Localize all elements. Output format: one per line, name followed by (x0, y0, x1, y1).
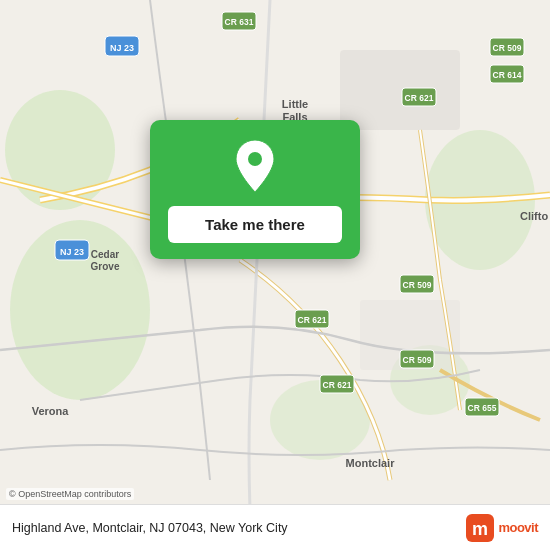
svg-text:CR 509: CR 509 (403, 355, 432, 365)
take-me-there-button[interactable]: Take me there (168, 206, 342, 243)
svg-text:CR 655: CR 655 (468, 403, 497, 413)
svg-text:CR 614: CR 614 (493, 70, 522, 80)
map-container: NJ 23 NJ 23 NJ 3 CR 631 CR 621 CR 621 CR… (0, 0, 550, 550)
svg-text:Clifto: Clifto (520, 210, 548, 222)
svg-text:m: m (472, 519, 488, 539)
svg-text:Montclair: Montclair (346, 457, 396, 469)
moovit-label: moovit (498, 520, 538, 535)
svg-text:Verona: Verona (32, 405, 70, 417)
svg-point-39 (248, 152, 262, 166)
address-text: Highland Ave, Montclair, NJ 07043, New Y… (12, 521, 466, 535)
svg-rect-6 (340, 50, 460, 130)
svg-text:CR 621: CR 621 (323, 380, 352, 390)
svg-text:Cedar: Cedar (91, 249, 119, 260)
bottom-bar: Highland Ave, Montclair, NJ 07043, New Y… (0, 504, 550, 550)
svg-text:CR 621: CR 621 (405, 93, 434, 103)
svg-text:CR 621: CR 621 (298, 315, 327, 325)
svg-text:NJ 23: NJ 23 (60, 247, 84, 257)
overlay-card: Take me there (150, 120, 360, 259)
svg-text:CR 509: CR 509 (403, 280, 432, 290)
svg-text:NJ 23: NJ 23 (110, 43, 134, 53)
svg-text:Grove: Grove (91, 261, 120, 272)
svg-text:CR 509: CR 509 (493, 43, 522, 53)
moovit-logo: m moovit (466, 514, 538, 542)
map-svg: NJ 23 NJ 23 NJ 3 CR 631 CR 621 CR 621 CR… (0, 0, 550, 550)
svg-text:CR 631: CR 631 (225, 17, 254, 27)
moovit-m-icon: m (466, 514, 494, 542)
location-pin-icon (231, 138, 279, 194)
osm-attribution: © OpenStreetMap contributors (6, 488, 134, 500)
svg-text:Little: Little (282, 98, 308, 110)
